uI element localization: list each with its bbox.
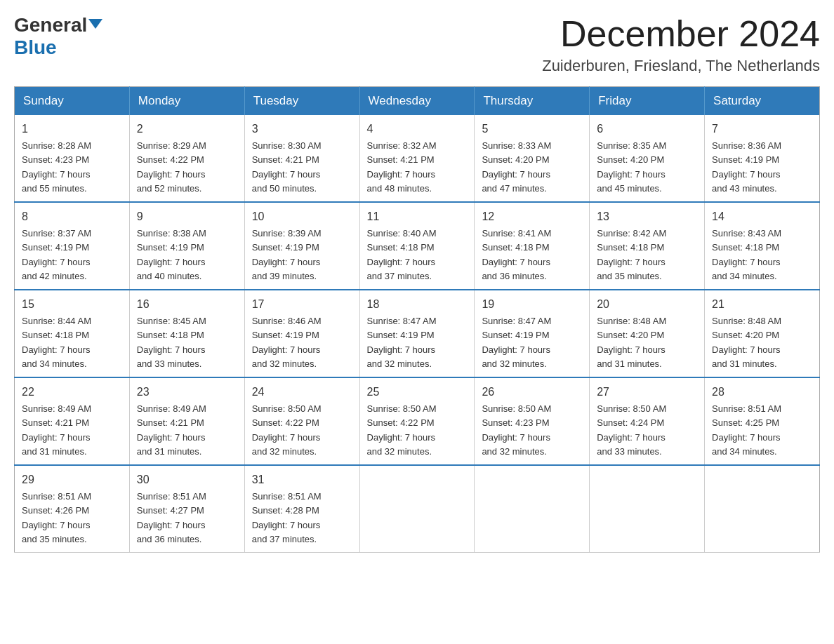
day-number: 26 bbox=[482, 384, 582, 401]
day-number: 16 bbox=[137, 296, 237, 313]
calendar-day-cell: 22Sunrise: 8:49 AMSunset: 4:21 PMDayligh… bbox=[15, 377, 130, 465]
weekday-header-wednesday: Wednesday bbox=[359, 87, 475, 116]
day-number: 3 bbox=[252, 121, 352, 137]
calendar-day-cell: 23Sunrise: 8:49 AMSunset: 4:21 PMDayligh… bbox=[129, 377, 244, 465]
calendar-empty-cell bbox=[475, 465, 590, 553]
month-title: December 2024 bbox=[542, 14, 820, 54]
day-number: 31 bbox=[252, 471, 352, 488]
logo-general-text: General bbox=[14, 14, 87, 36]
day-number: 6 bbox=[597, 121, 697, 137]
calendar-week-row: 1Sunrise: 8:28 AMSunset: 4:23 PMDaylight… bbox=[15, 115, 820, 202]
day-number: 24 bbox=[252, 384, 352, 401]
calendar-day-cell: 6Sunrise: 8:35 AMSunset: 4:20 PMDaylight… bbox=[590, 115, 705, 202]
day-info: Sunrise: 8:42 AMSunset: 4:18 PMDaylight:… bbox=[597, 228, 666, 281]
day-info: Sunrise: 8:41 AMSunset: 4:18 PMDaylight:… bbox=[482, 228, 551, 281]
day-number: 17 bbox=[252, 296, 352, 313]
day-info: Sunrise: 8:51 AMSunset: 4:25 PMDaylight:… bbox=[712, 403, 781, 457]
calendar-day-cell: 4Sunrise: 8:32 AMSunset: 4:21 PMDaylight… bbox=[359, 115, 475, 202]
weekday-header-saturday: Saturday bbox=[705, 87, 820, 116]
day-number: 23 bbox=[137, 384, 237, 401]
day-info: Sunrise: 8:50 AMSunset: 4:24 PMDaylight:… bbox=[597, 403, 666, 457]
calendar-day-cell: 31Sunrise: 8:51 AMSunset: 4:28 PMDayligh… bbox=[244, 465, 359, 553]
day-info: Sunrise: 8:47 AMSunset: 4:19 PMDaylight:… bbox=[482, 316, 551, 369]
day-info: Sunrise: 8:40 AMSunset: 4:18 PMDaylight:… bbox=[367, 228, 437, 281]
day-number: 19 bbox=[482, 296, 582, 313]
calendar-day-cell: 1Sunrise: 8:28 AMSunset: 4:23 PMDaylight… bbox=[15, 115, 130, 202]
day-info: Sunrise: 8:49 AMSunset: 4:21 PMDaylight:… bbox=[137, 403, 206, 457]
logo: General Blue bbox=[14, 14, 102, 59]
day-info: Sunrise: 8:49 AMSunset: 4:21 PMDaylight:… bbox=[22, 403, 91, 457]
calendar-day-cell: 16Sunrise: 8:45 AMSunset: 4:18 PMDayligh… bbox=[129, 290, 244, 377]
weekday-header-friday: Friday bbox=[590, 87, 705, 116]
calendar-week-row: 8Sunrise: 8:37 AMSunset: 4:19 PMDaylight… bbox=[15, 202, 820, 290]
day-number: 12 bbox=[482, 208, 582, 225]
day-info: Sunrise: 8:48 AMSunset: 4:20 PMDaylight:… bbox=[712, 316, 781, 369]
day-info: Sunrise: 8:37 AMSunset: 4:19 PMDaylight:… bbox=[22, 228, 91, 281]
day-info: Sunrise: 8:38 AMSunset: 4:19 PMDaylight:… bbox=[137, 228, 206, 281]
calendar-day-cell: 21Sunrise: 8:48 AMSunset: 4:20 PMDayligh… bbox=[705, 290, 820, 377]
day-info: Sunrise: 8:47 AMSunset: 4:19 PMDaylight:… bbox=[367, 316, 437, 369]
day-number: 14 bbox=[712, 208, 812, 225]
weekday-header-monday: Monday bbox=[129, 87, 244, 116]
day-number: 8 bbox=[22, 208, 122, 225]
day-info: Sunrise: 8:28 AMSunset: 4:23 PMDaylight:… bbox=[22, 140, 91, 194]
calendar-empty-cell bbox=[590, 465, 705, 553]
calendar-day-cell: 25Sunrise: 8:50 AMSunset: 4:22 PMDayligh… bbox=[359, 377, 475, 465]
day-info: Sunrise: 8:50 AMSunset: 4:22 PMDaylight:… bbox=[252, 403, 322, 457]
calendar-day-cell: 12Sunrise: 8:41 AMSunset: 4:18 PMDayligh… bbox=[475, 202, 590, 290]
calendar-empty-cell bbox=[359, 465, 475, 553]
day-info: Sunrise: 8:36 AMSunset: 4:19 PMDaylight:… bbox=[712, 140, 781, 194]
calendar-day-cell: 13Sunrise: 8:42 AMSunset: 4:18 PMDayligh… bbox=[590, 202, 705, 290]
day-number: 13 bbox=[597, 208, 697, 225]
day-number: 5 bbox=[482, 121, 582, 137]
calendar-day-cell: 18Sunrise: 8:47 AMSunset: 4:19 PMDayligh… bbox=[359, 290, 475, 377]
day-number: 28 bbox=[712, 384, 812, 401]
day-info: Sunrise: 8:33 AMSunset: 4:20 PMDaylight:… bbox=[482, 140, 551, 194]
day-number: 22 bbox=[22, 384, 122, 401]
day-number: 30 bbox=[137, 471, 237, 488]
logo-blue-text: Blue bbox=[14, 36, 57, 59]
calendar-day-cell: 5Sunrise: 8:33 AMSunset: 4:20 PMDaylight… bbox=[475, 115, 590, 202]
weekday-header-tuesday: Tuesday bbox=[244, 87, 359, 116]
day-info: Sunrise: 8:29 AMSunset: 4:22 PMDaylight:… bbox=[137, 140, 206, 194]
calendar-day-cell: 15Sunrise: 8:44 AMSunset: 4:18 PMDayligh… bbox=[15, 290, 130, 377]
calendar-day-cell: 30Sunrise: 8:51 AMSunset: 4:27 PMDayligh… bbox=[129, 465, 244, 553]
day-info: Sunrise: 8:50 AMSunset: 4:23 PMDaylight:… bbox=[482, 403, 551, 457]
calendar-week-row: 15Sunrise: 8:44 AMSunset: 4:18 PMDayligh… bbox=[15, 290, 820, 377]
calendar-day-cell: 19Sunrise: 8:47 AMSunset: 4:19 PMDayligh… bbox=[475, 290, 590, 377]
calendar-day-cell: 3Sunrise: 8:30 AMSunset: 4:21 PMDaylight… bbox=[244, 115, 359, 202]
calendar-empty-cell bbox=[705, 465, 820, 553]
calendar-day-cell: 27Sunrise: 8:50 AMSunset: 4:24 PMDayligh… bbox=[590, 377, 705, 465]
calendar-day-cell: 20Sunrise: 8:48 AMSunset: 4:20 PMDayligh… bbox=[590, 290, 705, 377]
calendar-day-cell: 8Sunrise: 8:37 AMSunset: 4:19 PMDaylight… bbox=[15, 202, 130, 290]
calendar-week-row: 29Sunrise: 8:51 AMSunset: 4:26 PMDayligh… bbox=[15, 465, 820, 553]
day-number: 21 bbox=[712, 296, 812, 313]
day-info: Sunrise: 8:50 AMSunset: 4:22 PMDaylight:… bbox=[367, 403, 437, 457]
day-info: Sunrise: 8:39 AMSunset: 4:19 PMDaylight:… bbox=[252, 228, 322, 281]
weekday-header-thursday: Thursday bbox=[475, 87, 590, 116]
location-title: Zuiderburen, Friesland, The Netherlands bbox=[542, 57, 820, 75]
calendar-day-cell: 29Sunrise: 8:51 AMSunset: 4:26 PMDayligh… bbox=[15, 465, 130, 553]
day-info: Sunrise: 8:51 AMSunset: 4:27 PMDaylight:… bbox=[137, 491, 206, 544]
day-info: Sunrise: 8:30 AMSunset: 4:21 PMDaylight:… bbox=[252, 140, 322, 194]
day-info: Sunrise: 8:46 AMSunset: 4:19 PMDaylight:… bbox=[252, 316, 322, 369]
calendar-day-cell: 9Sunrise: 8:38 AMSunset: 4:19 PMDaylight… bbox=[129, 202, 244, 290]
calendar-header-row: SundayMondayTuesdayWednesdayThursdayFrid… bbox=[15, 87, 820, 116]
calendar-day-cell: 24Sunrise: 8:50 AMSunset: 4:22 PMDayligh… bbox=[244, 377, 359, 465]
calendar-day-cell: 2Sunrise: 8:29 AMSunset: 4:22 PMDaylight… bbox=[129, 115, 244, 202]
logo-triangle-icon bbox=[88, 19, 102, 29]
calendar-day-cell: 11Sunrise: 8:40 AMSunset: 4:18 PMDayligh… bbox=[359, 202, 475, 290]
page-header: General Blue December 2024 Zuiderburen, … bbox=[14, 14, 820, 75]
calendar-day-cell: 10Sunrise: 8:39 AMSunset: 4:19 PMDayligh… bbox=[244, 202, 359, 290]
day-number: 29 bbox=[22, 471, 122, 488]
title-section: December 2024 Zuiderburen, Friesland, Th… bbox=[542, 14, 820, 75]
day-number: 27 bbox=[597, 384, 697, 401]
day-number: 7 bbox=[712, 121, 812, 137]
day-info: Sunrise: 8:44 AMSunset: 4:18 PMDaylight:… bbox=[22, 316, 91, 369]
day-number: 10 bbox=[252, 208, 352, 225]
calendar-day-cell: 28Sunrise: 8:51 AMSunset: 4:25 PMDayligh… bbox=[705, 377, 820, 465]
day-info: Sunrise: 8:35 AMSunset: 4:20 PMDaylight:… bbox=[597, 140, 666, 194]
day-info: Sunrise: 8:32 AMSunset: 4:21 PMDaylight:… bbox=[367, 140, 437, 194]
weekday-header-sunday: Sunday bbox=[15, 87, 130, 116]
day-number: 20 bbox=[597, 296, 697, 313]
